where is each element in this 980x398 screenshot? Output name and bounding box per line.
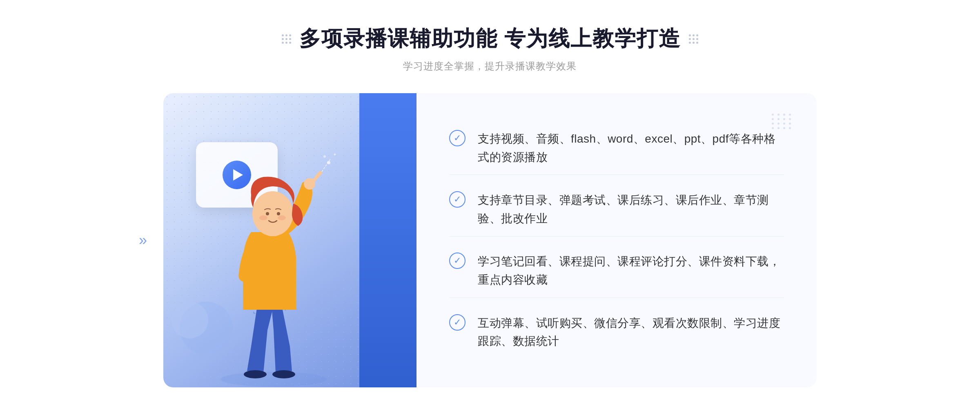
feature-text-1: 支持视频、音频、flash、word、excel、ppt、pdf等各种格式的资源… xyxy=(478,130,784,167)
feature-text-4: 互动弹幕、试听购买、微信分享、观看次数限制、学习进度跟踪、数据统计 xyxy=(478,314,784,351)
svg-point-11 xyxy=(327,161,330,164)
check-circle-3: ✓ xyxy=(449,253,466,269)
features-panel: ✓ 支持视频、音频、flash、word、excel、ppt、pdf等各种格式的… xyxy=(416,93,817,387)
feature-item-4: ✓ 互动弹幕、试听购买、微信分享、观看次数限制、学习进度跟踪、数据统计 xyxy=(449,306,784,359)
svg-point-6 xyxy=(266,212,269,215)
right-decorative-dots xyxy=(689,34,698,44)
check-mark-3: ✓ xyxy=(454,256,461,265)
illustration-area xyxy=(163,93,416,387)
person-illustration xyxy=(176,150,372,387)
feature-text-3: 学习笔记回看、课程提问、课程评论打分、课件资料下载，重点内容收藏 xyxy=(478,253,784,289)
check-circle-1: ✓ xyxy=(449,130,466,146)
feature-item-1: ✓ 支持视频、音频、flash、word、excel、ppt、pdf等各种格式的… xyxy=(449,122,784,175)
svg-point-13 xyxy=(334,154,336,156)
svg-point-8 xyxy=(259,215,267,220)
check-mark-4: ✓ xyxy=(454,318,461,327)
right-deco-dots xyxy=(772,114,792,129)
svg-point-12 xyxy=(323,155,326,158)
content-area: » xyxy=(163,93,817,387)
check-circle-2: ✓ xyxy=(449,191,466,208)
svg-point-2 xyxy=(272,370,295,378)
feature-item-2: ✓ 支持章节目录、弹题考试、课后练习、课后作业、章节测验、批改作业 xyxy=(449,183,784,237)
svg-point-7 xyxy=(277,212,280,215)
feature-item-3: ✓ 学习笔记回看、课程提问、课程评论打分、课件资料下载，重点内容收藏 xyxy=(449,244,784,298)
check-mark-2: ✓ xyxy=(454,195,461,204)
svg-point-5 xyxy=(252,191,293,236)
feature-text-2: 支持章节目录、弹题考试、课后练习、课后作业、章节测验、批改作业 xyxy=(478,191,784,228)
svg-line-10 xyxy=(322,159,331,172)
main-title: 多项录播课辅助功能 专为线上教学打造 xyxy=(299,25,681,53)
page-wrapper: 多项录播课辅助功能 专为线上教学打造 学习进度全掌握，提升录播课教学效果 » xyxy=(0,0,980,398)
subtitle: 学习进度全掌握，提升录播课教学效果 xyxy=(282,60,698,73)
check-circle-4: ✓ xyxy=(449,314,466,331)
left-decorative-dots xyxy=(282,34,291,44)
svg-point-1 xyxy=(244,370,267,378)
left-arrow-decoration: » xyxy=(139,232,147,249)
svg-point-9 xyxy=(278,215,286,220)
check-mark-1: ✓ xyxy=(454,134,461,143)
header-title-row: 多项录播课辅助功能 专为线上教学打造 xyxy=(282,25,698,53)
header-section: 多项录播课辅助功能 专为线上教学打造 学习进度全掌握，提升录播课教学效果 xyxy=(282,25,698,73)
